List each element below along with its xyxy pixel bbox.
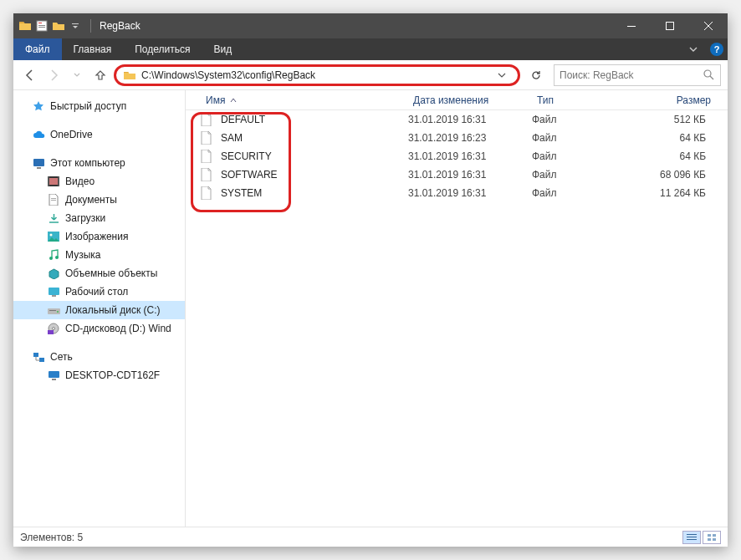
titlebar[interactable]: RegBack: [13, 13, 728, 38]
column-date[interactable]: Дата изменения: [408, 94, 532, 106]
search-box[interactable]: [554, 64, 721, 86]
sidebar-network-pc[interactable]: DESKTOP-CDT162F: [13, 366, 185, 384]
svg-rect-33: [687, 537, 697, 537]
disc-icon: [47, 322, 60, 335]
address-dropdown-icon[interactable]: [493, 71, 511, 79]
file-size: 512 КБ: [624, 114, 716, 125]
sidebar-item-label: OneDrive: [50, 129, 93, 140]
sidebar-downloads[interactable]: Загрузки: [13, 209, 185, 227]
navbar: [13, 60, 728, 90]
svg-rect-21: [52, 295, 56, 297]
svg-point-7: [704, 70, 711, 77]
folder-icon: [18, 19, 32, 33]
new-folder-icon[interactable]: [52, 19, 65, 33]
sidebar-item-label: Сеть: [50, 351, 73, 363]
address-input[interactable]: [141, 69, 493, 81]
monitor-icon: [47, 369, 60, 382]
svg-point-24: [57, 311, 59, 313]
file-type: Файл: [532, 169, 624, 181]
svg-rect-38: [713, 538, 716, 541]
view-details-button[interactable]: [682, 531, 701, 544]
file-row[interactable]: SECURITY31.01.2019 16:31Файл64 КБ: [186, 147, 728, 165]
ribbon-expand-icon[interactable]: [681, 38, 706, 60]
menu-home[interactable]: Главная: [62, 38, 124, 60]
properties-icon[interactable]: [35, 19, 49, 33]
svg-rect-3: [38, 27, 45, 28]
sidebar-music[interactable]: Музыка: [13, 246, 185, 264]
sidebar-this-pc[interactable]: Этот компьютер: [13, 154, 185, 172]
column-size[interactable]: Размер: [624, 94, 716, 106]
help-button[interactable]: ?: [706, 38, 728, 60]
file-name: SAM: [221, 132, 243, 144]
cloud-icon: [32, 128, 45, 141]
file-size: 64 КБ: [624, 132, 716, 144]
svg-rect-23: [49, 310, 56, 311]
qat-dropdown-icon[interactable]: [69, 19, 82, 33]
menu-file[interactable]: Файл: [13, 38, 62, 60]
nav-forward-button[interactable]: [43, 65, 64, 85]
svg-rect-1: [38, 23, 42, 23]
navigation-pane[interactable]: Быстрый доступ OneDrive Этот компьютер В…: [13, 90, 186, 527]
svg-rect-15: [51, 200, 56, 201]
nav-recent-dropdown[interactable]: [67, 65, 87, 85]
file-name: SECURITY: [221, 150, 272, 162]
nav-back-button[interactable]: [20, 65, 40, 85]
column-type[interactable]: Тип: [532, 94, 624, 106]
sidebar-3d-objects[interactable]: Объемные объекты: [13, 264, 185, 283]
file-row[interactable]: DEFAULT31.01.2019 16:31Файл512 КБ: [186, 110, 728, 129]
menu-view[interactable]: Вид: [202, 38, 243, 60]
svg-rect-28: [33, 353, 38, 357]
menu-share[interactable]: Поделиться: [123, 38, 202, 60]
column-name[interactable]: Имя: [201, 94, 408, 106]
sidebar-videos[interactable]: Видео: [13, 172, 185, 191]
view-large-icons-button[interactable]: [703, 531, 721, 544]
file-size: 11 264 КБ: [624, 187, 716, 199]
explorer-window: RegBack Файл Главная Поделиться Вид ?: [13, 13, 728, 547]
maximize-button[interactable]: [651, 13, 689, 38]
sidebar-local-disk-c[interactable]: Локальный диск (C:): [13, 301, 185, 319]
svg-rect-20: [49, 288, 59, 295]
titlebar-separator: [90, 19, 91, 33]
file-row[interactable]: SAM31.01.2019 16:23Файл64 КБ: [186, 129, 728, 147]
picture-icon: [47, 230, 60, 243]
sidebar-item-label: Документы: [65, 194, 117, 206]
nav-up-button[interactable]: [90, 65, 110, 85]
minimize-button[interactable]: [612, 13, 651, 38]
svg-rect-5: [627, 26, 636, 27]
file-name: SYSTEM: [221, 187, 262, 199]
sidebar-pictures[interactable]: Изображения: [13, 227, 185, 246]
file-row[interactable]: SYSTEM31.01.2019 16:31Файл11 264 КБ: [186, 184, 728, 202]
sidebar-item-label: Рабочий стол: [65, 286, 128, 298]
address-folder-icon: [123, 69, 136, 82]
network-icon: [32, 350, 45, 364]
column-headers[interactable]: Имя Дата изменения Тип Размер: [186, 90, 728, 110]
sidebar-documents[interactable]: Документы: [13, 191, 185, 209]
sidebar-desktop[interactable]: Рабочий стол: [13, 283, 185, 301]
sort-asc-icon: [230, 97, 237, 104]
address-bar[interactable]: [114, 64, 520, 86]
file-name: SOFTWARE: [221, 169, 278, 181]
close-button[interactable]: [689, 13, 728, 38]
svg-point-26: [53, 328, 55, 330]
sidebar-cd-drive[interactable]: CD-дисковод (D:) Wind: [13, 319, 185, 338]
refresh-button[interactable]: [525, 64, 547, 86]
sidebar-item-label: Изображения: [65, 231, 128, 242]
svg-rect-32: [687, 534, 697, 535]
svg-rect-34: [687, 539, 697, 540]
file-row[interactable]: SOFTWARE31.01.2019 16:31Файл68 096 КБ: [186, 165, 728, 184]
file-type: Файл: [532, 132, 624, 144]
svg-rect-13: [58, 176, 59, 186]
drive-icon: [47, 303, 60, 317]
sidebar-network[interactable]: Сеть: [13, 348, 185, 366]
svg-rect-12: [48, 176, 49, 186]
svg-rect-36: [713, 534, 716, 537]
sidebar-onedrive[interactable]: OneDrive: [13, 125, 185, 144]
sidebar-item-label: Этот компьютер: [50, 157, 125, 169]
sidebar-quick-access[interactable]: Быстрый доступ: [13, 97, 185, 115]
file-name: DEFAULT: [221, 114, 265, 125]
monitor-icon: [32, 156, 45, 170]
sidebar-item-label: Быстрый доступ: [50, 100, 126, 112]
search-input[interactable]: [560, 69, 703, 81]
svg-rect-31: [52, 379, 56, 380]
file-type: Файл: [532, 187, 624, 199]
